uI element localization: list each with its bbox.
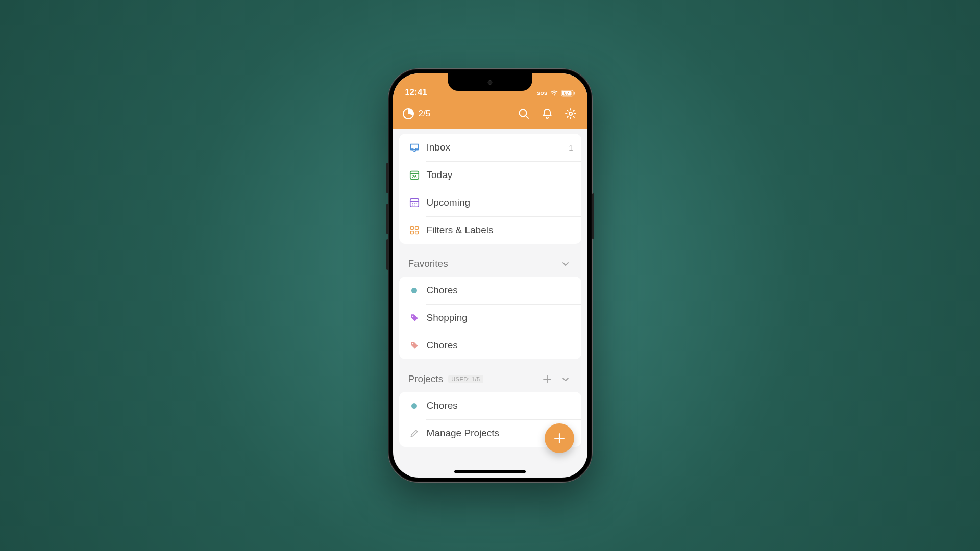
bell-icon (541, 108, 553, 120)
projects-header[interactable]: Projects USED: 1/5 (399, 359, 581, 392)
nav-inbox-count: 1 (569, 143, 573, 152)
svg-text:26: 26 (412, 174, 417, 179)
app-bar: 2/5 (393, 99, 587, 129)
pencil-icon (409, 428, 420, 438)
favorite-label: Shopping (427, 312, 573, 323)
chevron-down-icon (561, 375, 570, 383)
svg-rect-19 (415, 227, 418, 230)
favorite-item[interactable]: Chores (399, 277, 581, 304)
productivity-button[interactable]: 2/5 (402, 108, 508, 120)
tag-icon (410, 341, 419, 350)
svg-rect-2 (574, 92, 575, 95)
project-dot-icon (411, 288, 417, 293)
chevron-down-icon (561, 260, 570, 268)
phone-frame: 12:41 SOS 87 2/5 (388, 68, 593, 483)
nav-filters-labels-label: Filters & Labels (427, 224, 573, 236)
projects-collapse[interactable] (559, 372, 572, 386)
svg-rect-21 (415, 231, 418, 234)
favorite-label: Chores (427, 340, 573, 351)
svg-line-6 (526, 116, 528, 118)
main-nav-card: Inbox 1 26 Today Upcoming Filters & Labe… (399, 134, 581, 244)
screen: 12:41 SOS 87 2/5 (393, 73, 587, 478)
favorites-header[interactable]: Favorites (399, 244, 581, 277)
nav-filters-labels[interactable]: Filters & Labels (399, 216, 581, 244)
favorites-card: Chores Shopping Chores (399, 277, 581, 359)
project-dot-icon (411, 403, 417, 409)
battery-icon: 87 (561, 90, 575, 97)
svg-rect-20 (410, 231, 413, 234)
svg-rect-18 (410, 227, 413, 230)
nav-inbox-label: Inbox (427, 142, 569, 153)
status-time: 12:41 (405, 88, 427, 97)
home-indicator[interactable] (454, 470, 526, 473)
progress-text: 2/5 (419, 109, 431, 119)
favorite-label: Chores (427, 285, 573, 296)
nav-today-label: Today (427, 169, 573, 181)
favorites-collapse[interactable] (559, 257, 572, 270)
svg-point-14 (414, 203, 415, 204)
svg-text:87: 87 (564, 91, 569, 96)
projects-title: Projects (408, 373, 444, 385)
svg-point-22 (412, 316, 413, 317)
svg-point-13 (412, 203, 413, 204)
plus-icon (543, 374, 552, 384)
project-item[interactable]: Chores (399, 392, 581, 419)
svg-point-17 (414, 205, 415, 206)
inbox-icon (409, 142, 420, 153)
search-icon (518, 108, 530, 120)
status-sos: SOS (537, 91, 548, 96)
calendar-today-icon: 26 (409, 169, 420, 181)
nav-today[interactable]: 26 Today (399, 161, 581, 189)
svg-point-23 (412, 343, 413, 344)
grid-icon (409, 225, 420, 235)
calendar-upcoming-icon (409, 197, 420, 208)
add-task-fab[interactable] (545, 423, 574, 453)
tag-icon (410, 313, 419, 322)
notifications-button[interactable] (540, 106, 555, 121)
favorites-title: Favorites (408, 258, 448, 269)
content: Inbox 1 26 Today Upcoming Filters & Labe… (393, 129, 587, 447)
plus-icon (553, 432, 566, 445)
favorite-item[interactable]: Shopping (399, 304, 581, 332)
project-label: Chores (427, 400, 573, 411)
svg-point-16 (412, 205, 413, 206)
wifi-icon (550, 90, 558, 96)
projects-usage-badge: USED: 1/5 (448, 375, 483, 383)
svg-point-15 (415, 203, 416, 204)
add-project-button[interactable] (541, 372, 554, 386)
gear-icon (565, 108, 577, 120)
nav-upcoming[interactable]: Upcoming (399, 189, 581, 216)
nav-upcoming-label: Upcoming (427, 197, 573, 208)
nav-inbox[interactable]: Inbox 1 (399, 134, 581, 161)
favorite-item[interactable]: Chores (399, 332, 581, 359)
svg-point-7 (569, 112, 572, 115)
settings-button[interactable] (563, 106, 578, 121)
notch (448, 73, 532, 91)
progress-pie-icon (402, 108, 414, 120)
search-button[interactable] (516, 106, 531, 121)
